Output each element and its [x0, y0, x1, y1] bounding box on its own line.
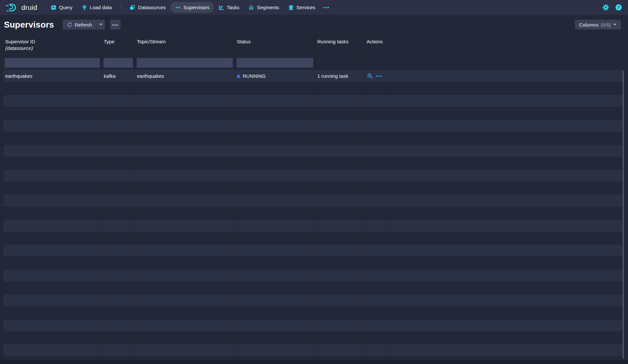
columns-button-label: Columns	[579, 22, 598, 28]
nav-item-label: Services	[297, 5, 316, 10]
help-icon[interactable]: ?	[615, 4, 622, 11]
column-header-topic-stream[interactable]: Topic/Stream	[135, 34, 235, 55]
table-row-empty	[0, 319, 623, 332]
table-row-empty	[0, 307, 623, 319]
status-text: RUNNING	[243, 73, 266, 79]
filter-input-topic-stream[interactable]	[137, 58, 233, 68]
load-data-icon	[82, 5, 87, 10]
nav-item-supervisors[interactable]: Supervisors	[170, 2, 214, 13]
columns-picker-button[interactable]: Columns (6/6)	[575, 20, 621, 30]
column-header-filler	[388, 34, 623, 55]
table-row-empty	[0, 195, 623, 207]
row-more-actions-icon[interactable]: •••	[376, 70, 382, 82]
top-nav: druid Query Load data	[0, 0, 628, 15]
cell-status: RUNNING	[235, 70, 315, 82]
nav-item-datasources[interactable]: Datasources	[125, 2, 170, 13]
column-header-supervisor-id[interactable]: Supervisor ID (datasource)	[0, 34, 102, 55]
table-row-empty	[0, 207, 623, 220]
table-row-earthquakes: earthquakes kafka earthquakes RUNNING 1 …	[0, 70, 623, 82]
gear-icon[interactable]	[602, 4, 609, 11]
table-row-empty	[0, 95, 623, 107]
nav-item-tasks[interactable]: Tasks	[214, 2, 244, 13]
supervisors-eye-icon	[175, 5, 181, 10]
nav-item-label: Load data	[90, 5, 112, 10]
nav-right-icons: ?	[602, 4, 622, 11]
column-header-running-tasks[interactable]: Running tasks	[315, 34, 365, 55]
table-row-empty	[0, 282, 623, 294]
table-row-empty	[0, 357, 623, 360]
nav-separator	[42, 4, 42, 11]
table-row-empty	[0, 220, 623, 232]
table-row-empty	[0, 257, 623, 269]
columns-count: (6/6)	[601, 22, 611, 28]
druid-logo[interactable]: druid	[5, 3, 37, 12]
table-row-empty	[0, 182, 623, 195]
status-running-dot	[237, 75, 240, 78]
table-row-empty	[0, 170, 623, 182]
page-title: Supervisors	[4, 20, 54, 30]
table-row-empty	[0, 120, 623, 132]
filter-input-supervisor-id[interactable]	[5, 58, 100, 68]
table-row-empty	[0, 157, 623, 170]
druid-console: druid Query Load data	[0, 0, 628, 364]
cell-topic-stream: earthquakes	[135, 70, 235, 82]
filter-input-type[interactable]	[103, 58, 133, 68]
cell-actions: •••	[365, 70, 388, 82]
tasks-icon	[219, 5, 224, 10]
toolbar-more-button[interactable]: •••	[110, 20, 121, 30]
druid-logo-icon	[5, 3, 18, 12]
nav-item-query[interactable]: Query	[46, 2, 77, 13]
nav-item-label: Supervisors	[184, 5, 210, 10]
table-body: earthquakes kafka earthquakes RUNNING 1 …	[0, 70, 623, 360]
column-header-status[interactable]: Status	[235, 34, 315, 55]
chevron-down-icon	[613, 24, 617, 26]
svg-text:?: ?	[617, 5, 620, 10]
table-row-empty	[0, 332, 623, 344]
nav-overflow-button[interactable]: •••	[320, 5, 333, 10]
refresh-dropdown-button[interactable]	[96, 20, 105, 30]
table-row-empty	[0, 232, 623, 245]
table-row-empty	[0, 132, 623, 145]
table-row-empty	[0, 344, 623, 357]
refresh-icon	[67, 22, 72, 27]
column-header-type[interactable]: Type	[102, 34, 135, 55]
datasources-icon	[130, 5, 135, 10]
table-row-empty	[0, 82, 623, 95]
column-header-subtitle: (datasource)	[5, 45, 100, 52]
nav-item-label: Datasources	[138, 5, 166, 10]
inspect-magnifier-icon[interactable]	[367, 73, 373, 79]
table-row-empty	[0, 245, 623, 257]
cell-supervisor-id: earthquakes	[0, 70, 102, 82]
table-row-empty	[0, 294, 623, 307]
logo-wordmark: druid	[21, 4, 37, 11]
cell-type: kafka	[102, 70, 135, 82]
nav-item-label: Query	[59, 5, 73, 10]
supervisors-table: Supervisor ID (datasource) Type Topic/St…	[0, 34, 623, 360]
table-row-empty	[0, 107, 623, 120]
table-row-empty	[0, 145, 623, 157]
nav-item-services[interactable]: Services	[284, 2, 320, 13]
refresh-button[interactable]: Refresh	[63, 20, 97, 30]
segments-icon	[249, 5, 254, 10]
nav-separator	[121, 4, 121, 11]
cell-filler	[388, 70, 623, 82]
filter-input-status[interactable]	[236, 58, 313, 68]
cell-running-tasks: 1 running task	[315, 70, 365, 82]
vertical-scrollbar-thumb[interactable]	[623, 71, 624, 359]
table-filter-row	[0, 55, 623, 70]
query-icon	[51, 5, 56, 10]
table-row-empty	[0, 269, 623, 282]
chevron-down-icon	[99, 24, 102, 26]
table-header-row: Supervisor ID (datasource) Type Topic/St…	[0, 34, 623, 55]
horizontal-scrollbar-track	[0, 360, 628, 364]
services-icon	[288, 5, 294, 10]
nav-item-label: Tasks	[227, 5, 239, 10]
toolbar: Supervisors Refresh ••• Columns (6/6)	[0, 15, 628, 34]
nav-item-label: Segments	[257, 5, 279, 10]
refresh-button-label: Refresh	[75, 22, 92, 28]
nav-item-segments[interactable]: Segments	[244, 2, 284, 13]
column-header-actions[interactable]: Actions	[365, 34, 388, 55]
nav-item-load-data[interactable]: Load data	[77, 2, 117, 13]
